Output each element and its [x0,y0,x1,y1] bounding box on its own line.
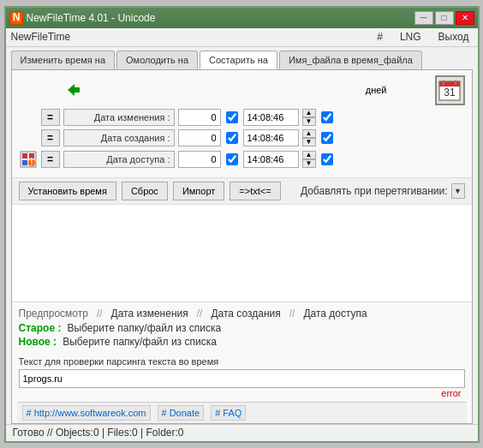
preview-date-mod: Дата изменения [111,308,188,320]
date-created-label: Дата создания : [63,129,175,146]
menu-bar: NewFileTime # LNG Выход [6,28,478,47]
menu-lng[interactable]: LNG [397,29,425,45]
spin-btns-3: ▲ ▼ [302,151,316,168]
old-label: Старое : [19,322,62,334]
date-created-row: = Дата создания : ▲ ▼ [19,129,465,146]
main-content: дней 31 = Дат [11,69,473,424]
tab-age[interactable]: Состарить на [200,51,277,69]
menu-hash[interactable]: # [373,29,386,45]
app-icon: N [9,11,23,25]
menu-exit[interactable]: Выход [435,29,473,45]
checkbox-1b[interactable] [321,111,333,123]
link-donate[interactable]: # Donate [158,405,205,421]
spin-btns-2: ▲ ▼ [302,129,316,146]
preview-label: Предпросмотр [19,308,88,320]
close-button[interactable]: ✕ [456,11,474,25]
status-bar: Готово // Objects:0 | Files:0 | Folder:0 [6,424,478,441]
date-access-label: Дата доступа : [63,151,175,168]
time-input-2[interactable] [243,129,299,146]
status-text: Готово // Objects:0 | Files:0 | Folder:0 [13,427,184,439]
right-icon-area: 31 [430,75,465,105]
svg-text:31: 31 [444,87,456,99]
tab-rejuvenate[interactable]: Омолодить на [116,51,198,69]
days-header: дней 31 [19,75,465,105]
preview-header-row: Предпросмотр // Дата изменения // Дата с… [19,308,465,320]
window-title: NewFileTime 4.01 - Unicode [27,12,156,24]
svg-text:!: ! [30,156,33,168]
calendar-icon: 31 [435,75,465,105]
date-access-row: ! = Дата доступа : ▲ ▼ [19,150,465,169]
parse-section: Текст для проверки парсинга текста во вр… [12,353,472,402]
preview-sep3: // [289,308,295,320]
main-window: N NewFileTime 4.01 - Unicode ─ □ ✕ NewFi… [4,6,480,443]
svg-marker-2 [68,84,80,96]
checkbox-time-3[interactable] [226,153,238,165]
time-input-1[interactable] [243,109,299,126]
checkbox-time-1[interactable] [226,111,238,123]
top-controls: дней 31 = Дат [12,70,472,178]
checkbox-2b[interactable] [321,132,333,144]
link-website[interactable]: # http://www.softwareok.com [22,405,151,421]
app-name-menu[interactable]: NewFileTime [11,31,71,43]
new-value: Выберите папку/файл из списка [63,336,217,348]
tab-filename[interactable]: Имя_файла в время_файла [279,51,422,69]
spin-up-3[interactable]: ▲ [302,151,316,159]
preview-date-access: Дата доступа [303,308,367,320]
title-bar: N NewFileTime 4.01 - Unicode ─ □ ✕ [6,8,478,28]
eq-btn-3[interactable]: = [41,151,60,168]
days-input-3[interactable] [178,151,221,168]
svg-text:N: N [12,12,20,23]
preview-date-create: Дата создания [211,308,280,320]
spin-btns-1: ▲ ▼ [302,109,316,126]
time-input-3[interactable] [243,151,299,168]
svg-rect-11 [22,160,27,165]
link-faq[interactable]: # FAQ [211,405,246,421]
minimize-button[interactable]: ─ [414,11,433,25]
bottom-links: # http://www.softwareok.com # Donate # F… [17,402,467,423]
preview-sep1: // [97,308,103,320]
days-input-2[interactable] [178,129,221,146]
new-label: Новое : [19,336,57,348]
date-modified-label: Дата изменения : [63,109,175,126]
old-row: Старое : Выберите папку/файл из списка [19,322,465,334]
parse-input[interactable] [19,369,465,388]
spin-down-1[interactable]: ▼ [302,117,316,126]
spin-down-2[interactable]: ▼ [302,138,316,146]
menu-right: # LNG Выход [373,29,472,45]
tab-change-time[interactable]: Изменить время на [11,51,116,69]
checkbox-time-2[interactable] [226,132,238,144]
new-row: Новое : Выберите папку/файл из списка [19,336,465,348]
spin-down-3[interactable]: ▼ [302,159,316,168]
days-input-1[interactable] [178,109,221,126]
preview-sep2: // [197,308,203,320]
maximize-button[interactable]: □ [435,11,454,25]
days-label: дней [366,85,387,95]
svg-rect-9 [22,153,27,158]
date-access-icon: ! [19,150,38,169]
spin-up-1[interactable]: ▲ [302,109,316,117]
title-bar-left: N NewFileTime 4.01 - Unicode [9,11,156,25]
txt-button[interactable]: =>txt<= [230,182,280,200]
drag-label-area: Добавлять при перетягивании: ▼ [301,183,465,199]
date-modified-row: = Дата изменения : ▲ ▼ [19,109,465,126]
preview-section: Предпросмотр // Дата изменения // Дата с… [12,302,472,353]
error-text: error [19,388,465,398]
old-value: Выберите папку/файл из списка [67,322,221,334]
tabs-row: Изменить время на Омолодить на Состарить… [6,47,478,69]
green-arrow [63,81,82,99]
drag-dropdown[interactable]: ▼ [451,183,465,199]
reset-button[interactable]: Сброс [122,182,168,200]
title-bar-buttons: ─ □ ✕ [414,11,474,25]
eq-btn-2[interactable]: = [41,129,60,146]
action-row: Установить время Сброс Импорт =>txt<= До… [12,178,472,205]
import-button[interactable]: Импорт [173,182,224,200]
parse-label: Текст для проверки парсинга текста во вр… [19,356,465,367]
eq-btn-1[interactable]: = [41,109,60,126]
set-time-button[interactable]: Установить время [19,182,116,200]
drop-area [12,205,472,302]
drag-label-text: Добавлять при перетягивании: [301,185,448,197]
spin-up-2[interactable]: ▲ [302,129,316,138]
checkbox-3b[interactable] [321,153,333,165]
